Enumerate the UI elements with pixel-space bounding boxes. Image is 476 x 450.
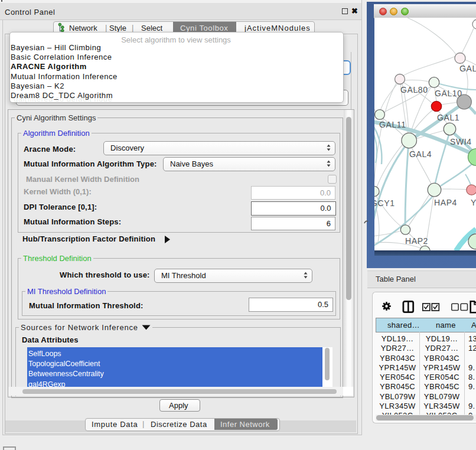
svg-text:HAP2: HAP2	[405, 236, 428, 246]
svg-text:GAL10: GAL10	[435, 89, 462, 98]
svg-text:SWI4: SWI4	[450, 137, 472, 146]
svg-text:GAL80: GAL80	[400, 85, 428, 94]
svg-text:GAL4: GAL4	[409, 149, 432, 159]
svg-text:Y: Y	[471, 198, 476, 207]
svg-text:GAL11: GAL11	[379, 120, 406, 129]
svg-text:GAL2: GAL2	[459, 64, 476, 73]
svg-text:GCY1: GCY1	[374, 198, 395, 208]
svg-text:GAL1: GAL1	[437, 113, 459, 122]
svg-text:HAP4: HAP4	[434, 198, 457, 207]
